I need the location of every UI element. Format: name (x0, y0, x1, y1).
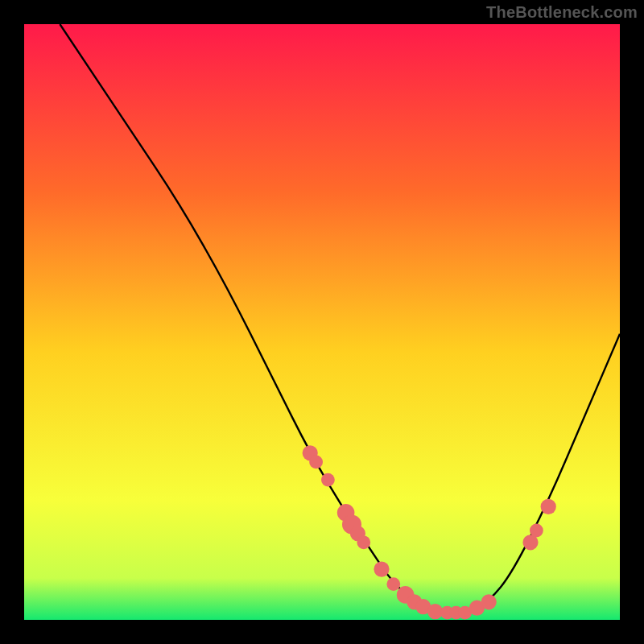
data-marker (541, 499, 556, 514)
data-marker (481, 594, 497, 609)
data-marker (530, 524, 543, 538)
data-marker (374, 562, 389, 577)
chart-frame: TheBottleneck.com (0, 0, 644, 644)
data-marker (321, 473, 335, 487)
watermark-text: TheBottleneck.com (486, 3, 638, 22)
plot-area (24, 24, 620, 620)
data-marker (309, 456, 323, 469)
data-marker (386, 577, 400, 591)
data-marker (357, 535, 370, 549)
bottleneck-curve-chart (24, 24, 620, 620)
